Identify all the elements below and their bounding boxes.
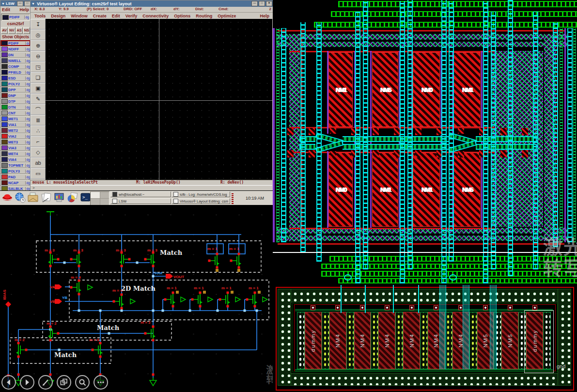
edge-bar <box>573 28 576 242</box>
task-button[interactable]: wh@localhost:~ <box>110 191 171 197</box>
stretch-icon[interactable]: ◳ <box>31 62 46 72</box>
layer-row-poly3[interactable]: POLY3dg <box>0 168 31 174</box>
layer-row-esd[interactable]: ESDdg <box>0 75 31 81</box>
menu-item-routing[interactable]: Routing <box>196 14 212 18</box>
menu-item-design[interactable]: Design <box>51 14 65 18</box>
lsw-menu-help[interactable]: Help <box>19 7 29 12</box>
label-icon[interactable]: ab <box>31 157 46 168</box>
workspace-2[interactable] <box>100 192 109 198</box>
forward-button[interactable] <box>20 375 34 390</box>
office-icon[interactable] <box>41 192 52 204</box>
lsw-button-av[interactable]: AV <box>1 27 8 34</box>
instance-icon[interactable]: ≣ <box>31 115 46 125</box>
svg-text:m = 1: m = 1 <box>229 247 239 251</box>
workspace-1[interactable] <box>91 192 100 198</box>
layer-row-dtp[interactable]: DTPdg <box>0 98 31 104</box>
via-ring <box>449 274 457 281</box>
menu-item-window[interactable]: Window <box>71 14 87 18</box>
minimize-icon[interactable]: — <box>251 1 258 6</box>
workspace-3[interactable] <box>91 199 100 205</box>
dots-icon[interactable]: ∴ <box>31 125 46 136</box>
layer-row-comp[interactable]: COMPdg <box>0 63 31 69</box>
layer-row-met3[interactable]: MET3dg <box>0 139 31 145</box>
menu-item-edit[interactable]: Edit <box>112 14 120 18</box>
lsw-button-as[interactable]: AS <box>16 27 23 34</box>
layer-row-pad[interactable]: PADdg <box>0 174 31 180</box>
windows-button[interactable] <box>57 375 71 390</box>
menu-item-connectivity[interactable]: Connectivity <box>142 14 169 18</box>
layer-row-cnt[interactable]: CNTdg <box>0 110 31 116</box>
zoom-out-icon[interactable]: ⊖ <box>31 51 46 62</box>
zoom-button[interactable] <box>75 375 90 390</box>
menu-item-optimize[interactable]: Optimize <box>218 14 236 18</box>
more-button[interactable] <box>94 375 108 390</box>
lsw-current-layer[interactable]: PDIFF dg <box>1 14 30 21</box>
layer-row-topmet[interactable]: TOPMETdg <box>0 162 31 168</box>
window-menu-icon[interactable]: ▼ <box>1 2 5 5</box>
piechart-icon[interactable] <box>67 192 78 204</box>
edge-bar <box>567 28 573 242</box>
lsw-show-objects[interactable]: Show Objects <box>0 34 31 40</box>
transistor-array-block: NM0 <box>413 52 440 127</box>
arc-icon[interactable]: ⌒ <box>31 104 46 115</box>
layer-name: POLY3 <box>8 169 25 173</box>
close-icon[interactable]: ✕ <box>266 1 272 6</box>
zoom-select-icon[interactable]: ◎ <box>31 30 46 40</box>
maximize-icon[interactable]: □ <box>259 1 265 6</box>
menu-item-create[interactable]: Create <box>93 14 107 18</box>
layer-row-poly2[interactable]: POLY2dg <box>0 81 31 87</box>
layer-row-met2[interactable]: MET2dg <box>0 127 31 133</box>
polygon-icon[interactable]: ◇ <box>31 147 46 157</box>
mail-icon[interactable] <box>28 192 39 204</box>
menu-item-options[interactable]: Options <box>174 14 190 18</box>
browser-icon[interactable] <box>15 192 26 204</box>
command-prompt[interactable]: > <box>31 185 272 190</box>
task-button[interactable]: icfb - Log: /home/wh/CDS.log <box>172 191 230 197</box>
layer-row-pfield[interactable]: PFIELDdg <box>0 69 31 75</box>
menu-item-verify[interactable]: Verify <box>125 14 138 18</box>
layer-row-ncap[interactable]: NCAPdg <box>0 180 31 186</box>
save-icon[interactable]: ↧ <box>31 19 46 30</box>
layer-row-met4[interactable]: MET4dg <box>0 151 31 157</box>
path-icon[interactable]: ⌐ <box>31 136 46 147</box>
workspace-pager[interactable] <box>90 191 109 205</box>
layer-row-pdiff[interactable]: PDIFFdg <box>0 40 31 46</box>
layer-name: DTP <box>8 99 25 104</box>
task-button[interactable]: Virtuoso® Layout Editing: csm25rf <box>172 198 230 204</box>
layer-row-via3[interactable]: VIA3dg <box>0 145 31 151</box>
zoom-in-icon[interactable]: ⊕ <box>31 40 46 51</box>
svg-text:m = 6: m = 6 <box>89 338 99 342</box>
layer-row-dnp[interactable]: DNPdg <box>0 93 31 98</box>
lsw-button-nv[interactable]: NV <box>8 27 15 34</box>
layer-row-met1[interactable]: MET1dg <box>0 116 31 122</box>
layer-row-nwell[interactable]: NWELLdg <box>0 58 31 63</box>
virtuoso-titlebar[interactable]: ▼ Virtuoso® Layout Editing: csm25rf test… <box>31 0 273 7</box>
copy-icon[interactable]: ❏ <box>31 72 46 83</box>
back-button[interactable] <box>1 375 16 390</box>
layer-row-dpp[interactable]: DPPdg <box>0 87 31 93</box>
chart-icon[interactable] <box>54 192 65 204</box>
pencil-icon[interactable]: ✎ <box>31 94 46 104</box>
layer-row-via2[interactable]: VIA2dg <box>0 133 31 139</box>
redhat-icon[interactable] <box>1 192 13 204</box>
layer-row-via1[interactable]: VIA1dg <box>0 122 31 127</box>
layer-row-dtn[interactable]: DTNdg <box>0 104 31 110</box>
edit-button[interactable] <box>38 375 53 390</box>
menu-item-help[interactable]: Help <box>260 14 269 18</box>
lsw-titlebar[interactable]: ▼ LSW — □ <box>0 0 31 6</box>
rect-icon[interactable]: ▭ <box>31 168 46 179</box>
lsw-menu-edit[interactable]: Edit <box>2 7 10 12</box>
layer-row-ndiff[interactable]: NDIFFdg <box>0 46 31 52</box>
layer-swatch <box>1 64 8 69</box>
layer-row-dn[interactable]: DNdg <box>0 52 31 58</box>
window-menu-icon[interactable]: ▼ <box>31 2 35 5</box>
layer-swatch <box>1 151 8 156</box>
layout-canvas[interactable] <box>46 19 272 180</box>
minimize-icon[interactable]: — <box>17 1 23 6</box>
lsw-button-ns[interactable]: NS <box>23 27 30 34</box>
task-button[interactable]: LSW <box>110 198 171 204</box>
workspace-4[interactable] <box>100 199 109 205</box>
layer-row-via4[interactable]: VIA4dg <box>0 157 31 162</box>
move-icon[interactable]: ▣ <box>31 83 46 94</box>
menu-item-tools[interactable]: Tools <box>34 14 46 18</box>
